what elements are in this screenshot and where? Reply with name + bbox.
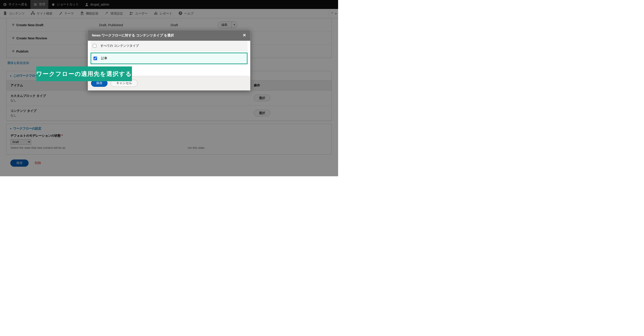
option-article-label: 記事 [101,56,107,60]
option-all-label: すべての コンテンツタイプ [100,44,139,48]
option-all[interactable]: すべての コンテンツタイプ [90,41,248,51]
checkbox-all[interactable] [93,44,96,48]
modal-overlay: News ワークフローに対する コンテンツタイプ を選択 すべての コンテンツタ… [0,0,338,176]
annotation-text: ワークフローの適用先を選択する [36,70,132,78]
modal-header: News ワークフローに対する コンテンツタイプ を選択 [88,30,250,41]
checkbox-article[interactable] [94,57,97,60]
close-button[interactable] [242,33,246,38]
modal-title: News ワークフローに対する コンテンツタイプ を選択 [92,33,174,38]
option-article[interactable]: 記事 [90,53,248,64]
content-type-modal: News ワークフローに対する コンテンツタイプ を選択 すべての コンテンツタ… [88,30,250,91]
annotation-banner: ワークフローの適用先を選択する [36,67,132,81]
close-icon [242,33,246,37]
